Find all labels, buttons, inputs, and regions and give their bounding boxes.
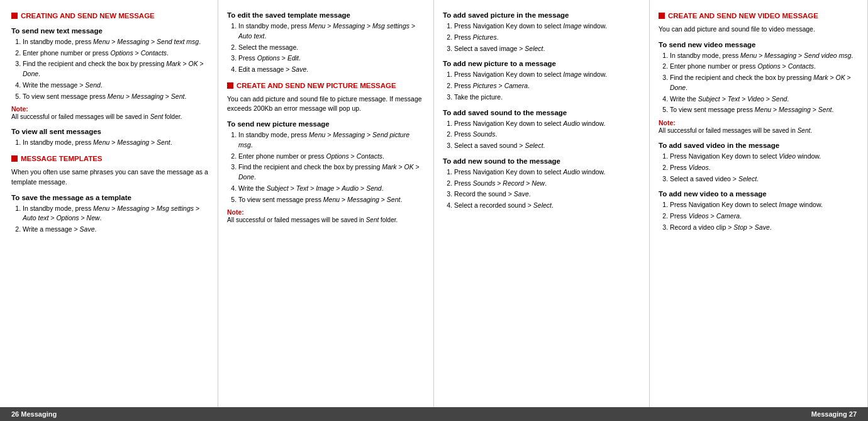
step: Find the recipient and check the box by … [238, 162, 425, 182]
save-template-steps: In standby mode, press Menu > Messaging … [23, 204, 209, 235]
note-text-1: All successful or failed messages will b… [11, 113, 209, 121]
subsection-save-template-title: To save the message as a template [11, 194, 209, 201]
section-creating-title: CREATING AND SEND NEW MESSAGE [21, 11, 155, 21]
red-square-icon [11, 155, 18, 162]
note-text-3: All successful or failed messages will b… [659, 126, 856, 135]
section-templates-title: MESSAGE TEMPLATES [21, 154, 103, 164]
subsection-add-saved-pic-title: To add saved picture in the message [443, 11, 640, 19]
section-creating-header: CREATING AND SEND NEW MESSAGE [11, 11, 209, 21]
templates-intro: When you often use same phrases you can … [11, 167, 209, 188]
section-picture-header: CREATE AND SEND NEW PICTURE MESSAGE [227, 81, 425, 91]
step: Select a saved video > Select. [670, 174, 856, 184]
step: Write the message > Send. [23, 81, 209, 91]
step: Find the recipient and check the box by … [670, 73, 856, 93]
step: In standby mode, press Menu > Messaging … [23, 37, 209, 47]
page-container: CREATING AND SEND NEW MESSAGE To send ne… [0, 0, 868, 421]
red-square-icon [659, 13, 665, 19]
red-square-icon [227, 82, 233, 89]
step: Press Videos > Camera. [670, 211, 856, 222]
subsection-add-saved-video-title: To add saved video in the message [659, 142, 856, 149]
step: Press Navigation Key down to select Imag… [454, 70, 640, 80]
send-text-steps: In standby mode, press Menu > Messaging … [23, 37, 209, 102]
column-4: CREATE AND SEND NEW VIDEO MESSAGE You ca… [650, 0, 868, 421]
step: Select a saved image > Select. [454, 44, 640, 54]
footer-right: Messaging 27 [811, 410, 857, 418]
step: In standby mode, press Menu > Messaging … [23, 204, 209, 224]
subsection-edit-template-title: To edit the saved template message [227, 11, 425, 19]
footer-bar: 26 Messaging Messaging 27 [0, 407, 868, 421]
step: In standby mode, press Menu > Messaging … [670, 51, 856, 61]
note-text-2: All successful or failed messages will b… [227, 216, 425, 225]
column-1: CREATING AND SEND NEW MESSAGE To send ne… [0, 0, 218, 421]
step: Record a video clip > Stop > Save. [670, 223, 856, 233]
step: Write the Subject > Text > Video > Send. [670, 94, 856, 104]
add-new-pic-steps: Press Navigation Key down to select Imag… [454, 70, 640, 102]
step: Enter phone number or press Options > Co… [670, 62, 856, 72]
red-square-icon [11, 13, 18, 19]
step: Press Navigation Key down to select Imag… [670, 200, 856, 210]
add-saved-pic-steps: Press Navigation Key down to select Imag… [454, 21, 640, 53]
step: Press Navigation Key down to select Audi… [454, 167, 640, 177]
note-label-3: Note: [659, 119, 856, 126]
note-label-1: Note: [11, 105, 209, 113]
column-2: To edit the saved template message In st… [218, 0, 434, 421]
subsection-add-saved-sound-title: To add saved sound to the message [443, 109, 640, 116]
step: Take the picture. [454, 93, 640, 103]
step: Select a saved sound > Select. [454, 141, 640, 151]
step: Record the sound > Save. [454, 189, 640, 199]
step: Press Sounds > Record > New. [454, 179, 640, 189]
subsection-add-new-video-title: To add new video to a message [659, 190, 856, 198]
step: Press Navigation Key down to select Audi… [454, 119, 640, 129]
step: Write a message > Save. [23, 225, 209, 235]
video-intro: You can add picture and sound file to vi… [659, 25, 856, 35]
step: Press Pictures. [454, 33, 640, 43]
step: In standby mode, press Menu > Messaging … [238, 21, 425, 42]
step: Write the Subject > Text > Image > Audio… [238, 184, 425, 194]
step: To view sent message press Menu > Messag… [238, 195, 425, 205]
step: Enter phone number or press Options > Co… [238, 152, 425, 162]
step: In standby mode, press Menu > Messaging … [23, 138, 209, 148]
step: Select the message. [238, 43, 425, 53]
step: To view sent message press Menu > Messag… [670, 105, 856, 115]
step: Press Pictures > Camera. [454, 81, 640, 91]
step: Find the recipient and check the box by … [23, 59, 209, 79]
send-picture-steps: In standby mode, press Menu > Messaging … [238, 130, 425, 205]
subsection-send-video-title: To send new video message [659, 41, 856, 48]
subsection-view-sent-title: To view all sent messages [11, 128, 209, 135]
column-3: To add saved picture in the message Pres… [434, 0, 650, 421]
section-templates-header: MESSAGE TEMPLATES [11, 154, 209, 164]
subsection-send-picture-title: To send new picture message [227, 120, 425, 128]
step: Edit a message > Save. [238, 65, 425, 75]
step: In standby mode, press Menu > Messaging … [238, 130, 425, 150]
edit-template-steps: In standby mode, press Menu > Messaging … [238, 21, 425, 75]
step: Press Navigation Key down to select Vide… [670, 152, 856, 162]
send-video-steps: In standby mode, press Menu > Messaging … [670, 51, 856, 116]
subsection-send-text-title: To send new text message [11, 27, 209, 35]
add-saved-sound-steps: Press Navigation Key down to select Audi… [454, 119, 640, 151]
section-video-title: CREATE AND SEND NEW VIDEO MESSAGE [668, 11, 818, 21]
step: Enter phone number or press Options > Co… [23, 48, 209, 59]
step: Press Navigation Key down to select Imag… [454, 21, 640, 31]
add-new-sound-steps: Press Navigation Key down to select Audi… [454, 167, 640, 211]
add-saved-video-steps: Press Navigation Key down to select Vide… [670, 152, 856, 184]
footer-left: 26 Messaging [11, 410, 57, 418]
step: Press Videos. [670, 163, 856, 173]
add-new-video-steps: Press Navigation Key down to select Imag… [670, 200, 856, 232]
step: Press Sounds. [454, 130, 640, 140]
note-label-2: Note: [227, 208, 425, 216]
step: Press Options > Edit. [238, 53, 425, 64]
picture-intro: You can add picture and sound file to pi… [227, 94, 425, 115]
subsection-add-new-pic-title: To add new picture to a message [443, 60, 640, 67]
section-video-header: CREATE AND SEND NEW VIDEO MESSAGE [659, 11, 856, 21]
subsection-add-new-sound-title: To add new sound to the message [443, 157, 640, 165]
view-sent-steps: In standby mode, press Menu > Messaging … [23, 138, 209, 148]
step: To view sent message press Menu > Messag… [23, 92, 209, 102]
step: Select a recorded sound > Select. [454, 201, 640, 211]
section-picture-title: CREATE AND SEND NEW PICTURE MESSAGE [236, 81, 396, 91]
